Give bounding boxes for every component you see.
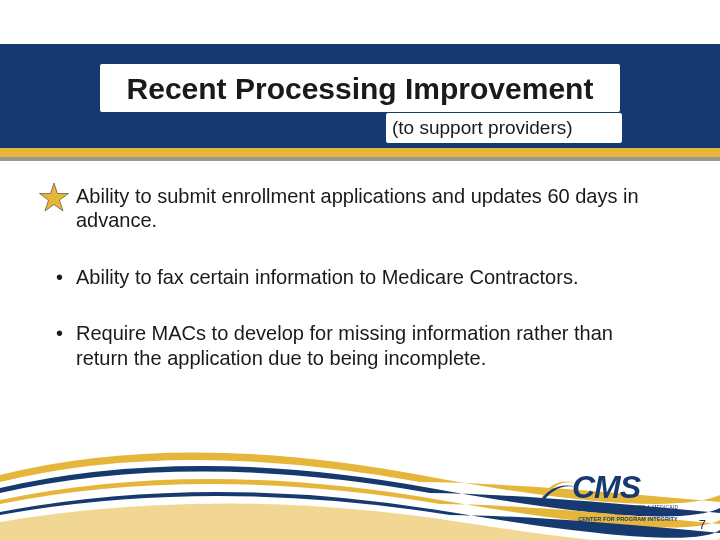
bullet-item: Require MACs to develop for missing info… (52, 321, 668, 370)
cms-logo-text: CMS (572, 469, 684, 506)
bullet-text: Require MACs to develop for missing info… (76, 322, 613, 368)
bullet-item: Ability to submit enrollment application… (52, 184, 668, 233)
svg-marker-0 (40, 183, 69, 211)
bullet-item: Ability to fax certain information to Me… (52, 265, 668, 289)
bullet-text: Ability to fax certain information to Me… (76, 266, 578, 288)
page-number: 7 (699, 517, 706, 532)
slide-subtitle: (to support providers) (392, 117, 573, 139)
header-underline-shadow (0, 157, 720, 161)
star-icon (38, 182, 70, 214)
cms-logo: CMS CENTERS FOR MEDICARE & MEDICAID SERV… (554, 469, 684, 522)
cms-logo-subtext-2: CENTER FOR PROGRAM INTEGRITY (572, 516, 684, 522)
header-underline (0, 148, 720, 157)
content-area: Ability to submit enrollment application… (52, 184, 668, 402)
slide-title: Recent Processing Improvement (0, 72, 720, 106)
bullet-text: Ability to submit enrollment application… (76, 185, 639, 231)
cms-logo-subtext-1: CENTERS FOR MEDICARE & MEDICAID SERVICES (572, 504, 684, 516)
